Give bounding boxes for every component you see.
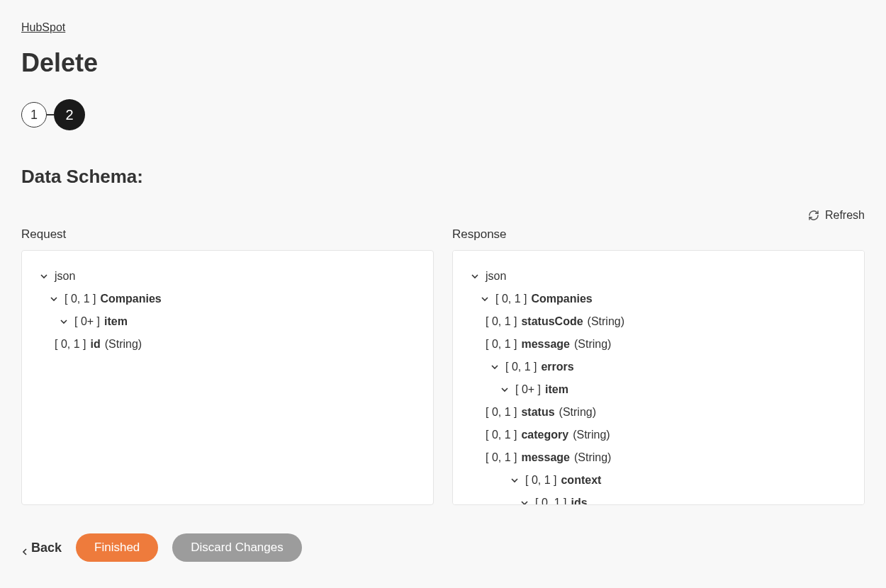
tree-node-name: Companies xyxy=(531,288,592,310)
chevron-down-icon[interactable] xyxy=(480,294,490,304)
stepper: 1 2 xyxy=(21,99,865,130)
step-1[interactable]: 1 xyxy=(21,102,47,128)
tree-node-errors-item[interactable]: [ 0+ ] item xyxy=(470,378,847,401)
tree-node-message[interactable]: [ 0, 1 ] message (String) xyxy=(470,333,847,356)
chevron-down-icon[interactable] xyxy=(520,498,529,505)
tree-node-item-message[interactable]: [ 0, 1 ] message (String) xyxy=(470,446,847,469)
tree-node-json[interactable]: json xyxy=(39,265,416,288)
tree-node-name: category xyxy=(521,424,568,446)
tree-node-name: message xyxy=(521,333,570,356)
tree-node-type: (String) xyxy=(559,401,596,424)
chevron-down-icon[interactable] xyxy=(59,317,69,327)
cardinality: [ 0, 1 ] xyxy=(486,333,517,356)
tree-node-name: statusCode xyxy=(521,310,583,333)
request-panel: json [ 0, 1 ] Companies [ 0+ ] item [ 0 xyxy=(21,250,434,505)
response-label: Response xyxy=(452,227,865,242)
tree-node-statuscode[interactable]: [ 0, 1 ] statusCode (String) xyxy=(470,310,847,333)
step-2[interactable]: 2 xyxy=(54,99,85,130)
tree-node-label: json xyxy=(55,265,75,288)
tree-node-type: (String) xyxy=(588,310,624,333)
chevron-left-icon xyxy=(21,544,28,551)
tree-node-name: Companies xyxy=(100,288,161,310)
tree-node-name: ids xyxy=(571,492,587,505)
chevron-down-icon[interactable] xyxy=(490,362,500,372)
cardinality: [ 0, 1 ] xyxy=(55,333,86,356)
cardinality: [ 0, 1 ] xyxy=(486,401,517,424)
cardinality: [ 0+ ] xyxy=(74,310,100,333)
tree-node-name: context xyxy=(561,469,601,492)
back-label: Back xyxy=(31,541,62,555)
tree-node-item[interactable]: [ 0+ ] item xyxy=(39,310,416,333)
tree-node-id[interactable]: [ 0, 1 ] id (String) xyxy=(39,333,416,356)
tree-node-name: id xyxy=(90,333,100,356)
breadcrumb-link[interactable]: HubSpot xyxy=(21,21,65,34)
cardinality: [ 0, 1 ] xyxy=(525,469,556,492)
tree-node-type: (String) xyxy=(574,446,611,469)
cardinality: [ 0+ ] xyxy=(515,378,541,401)
tree-node-name: item xyxy=(545,378,568,401)
refresh-button[interactable]: Refresh xyxy=(808,209,865,222)
cardinality: [ 0, 1 ] xyxy=(486,310,517,333)
tree-node-name: item xyxy=(104,310,128,333)
cardinality: [ 0, 1 ] xyxy=(65,288,96,310)
refresh-label: Refresh xyxy=(825,209,865,222)
tree-node-errors[interactable]: [ 0, 1 ] errors xyxy=(470,356,847,378)
chevron-down-icon[interactable] xyxy=(470,271,480,281)
tree-node-json[interactable]: json xyxy=(470,265,847,288)
chevron-down-icon[interactable] xyxy=(500,385,510,395)
tree-node-category[interactable]: [ 0, 1 ] category (String) xyxy=(470,424,847,446)
tree-node-context[interactable]: [ 0, 1 ] context xyxy=(470,469,847,492)
chevron-down-icon[interactable] xyxy=(39,271,49,281)
tree-node-companies[interactable]: [ 0, 1 ] Companies xyxy=(470,288,847,310)
tree-node-name: message xyxy=(521,446,570,469)
step-connector xyxy=(47,114,54,115)
cardinality: [ 0, 1 ] xyxy=(535,492,566,505)
cardinality: [ 0, 1 ] xyxy=(486,446,517,469)
tree-node-type: (String) xyxy=(105,333,142,356)
page-title: Delete xyxy=(21,48,865,78)
chevron-down-icon[interactable] xyxy=(49,294,59,304)
section-title: Data Schema: xyxy=(21,166,865,188)
refresh-icon xyxy=(808,210,819,221)
tree-node-name: errors xyxy=(541,356,573,378)
back-button[interactable]: Back xyxy=(21,541,62,555)
cardinality: [ 0, 1 ] xyxy=(486,424,517,446)
tree-node-type: (String) xyxy=(574,333,611,356)
discard-button[interactable]: Discard Changes xyxy=(172,533,301,562)
finished-button[interactable]: Finished xyxy=(76,533,158,562)
tree-node-status[interactable]: [ 0, 1 ] status (String) xyxy=(470,401,847,424)
cardinality: [ 0, 1 ] xyxy=(495,288,527,310)
tree-node-type: (String) xyxy=(573,424,610,446)
tree-node-companies[interactable]: [ 0, 1 ] Companies xyxy=(39,288,416,310)
response-panel: json [ 0, 1 ] Companies [ 0, 1 ] statusC… xyxy=(452,250,865,505)
tree-node-label: json xyxy=(486,265,506,288)
request-label: Request xyxy=(21,227,434,242)
tree-node-name: status xyxy=(521,401,554,424)
chevron-down-icon[interactable] xyxy=(510,475,520,485)
cardinality: [ 0, 1 ] xyxy=(505,356,537,378)
tree-node-ids[interactable]: [ 0, 1 ] ids xyxy=(470,492,847,505)
